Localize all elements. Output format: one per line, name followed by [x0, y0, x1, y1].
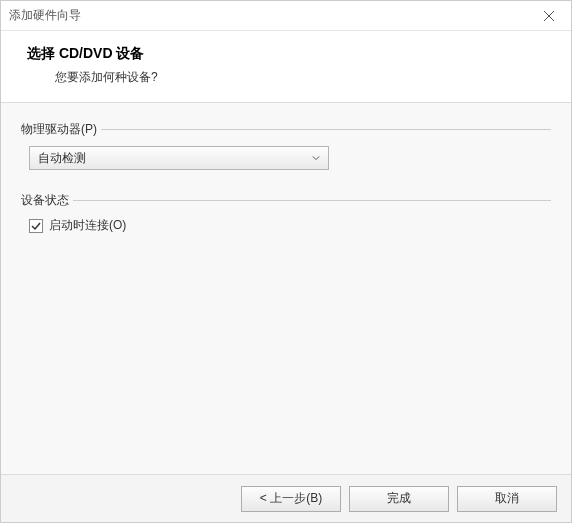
checkbox-box	[29, 219, 43, 233]
physical-drive-dropdown[interactable]: 自动检测	[29, 146, 329, 170]
page-title: 选择 CD/DVD 设备	[27, 45, 551, 63]
window-title: 添加硬件向导	[9, 7, 81, 24]
dropdown-selected-value: 自动检测	[38, 150, 86, 167]
close-icon	[544, 11, 554, 21]
button-label: 完成	[387, 490, 411, 507]
titlebar: 添加硬件向导	[1, 1, 571, 31]
device-status-group: 设备状态 启动时连接(O)	[21, 192, 551, 234]
back-button[interactable]: < 上一步(B)	[241, 486, 341, 512]
divider	[73, 200, 551, 201]
group-header: 设备状态	[21, 192, 551, 209]
connect-on-startup-checkbox[interactable]: 启动时连接(O)	[29, 217, 551, 234]
close-button[interactable]	[526, 1, 571, 31]
checkbox-label: 启动时连接(O)	[49, 217, 126, 234]
cancel-button[interactable]: 取消	[457, 486, 557, 512]
group-header: 物理驱动器(P)	[21, 121, 551, 138]
physical-drive-label: 物理驱动器(P)	[21, 121, 97, 138]
page-subtitle: 您要添加何种设备?	[55, 69, 551, 86]
button-label: < 上一步(B)	[260, 490, 322, 507]
wizard-window: 添加硬件向导 选择 CD/DVD 设备 您要添加何种设备? 物理驱动器(P) 自…	[0, 0, 572, 523]
device-status-label: 设备状态	[21, 192, 69, 209]
divider	[101, 129, 551, 130]
wizard-footer: < 上一步(B) 完成 取消	[1, 474, 571, 522]
checkmark-icon	[31, 221, 41, 231]
chevron-down-icon	[312, 154, 320, 162]
wizard-content: 物理驱动器(P) 自动检测 设备状态 启动时连	[1, 103, 571, 474]
wizard-header: 选择 CD/DVD 设备 您要添加何种设备?	[1, 31, 571, 103]
button-label: 取消	[495, 490, 519, 507]
physical-drive-group: 物理驱动器(P) 自动检测	[21, 121, 551, 170]
finish-button[interactable]: 完成	[349, 486, 449, 512]
